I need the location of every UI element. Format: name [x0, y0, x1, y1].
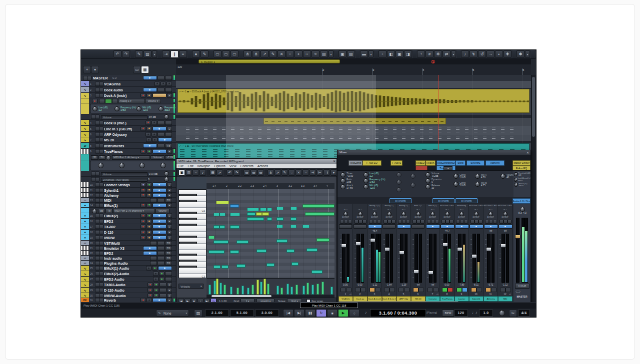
mixer-strip[interactable]: MIDI Port 1: All ch♪▪ ⌂center-inf-1.1212…	[498, 204, 512, 304]
track-state-button[interactable]	[154, 283, 159, 287]
auto-icon[interactable]: →	[486, 50, 494, 58]
mixer-titlebar[interactable]: Mixer	[338, 150, 530, 155]
velocity-bar[interactable]	[280, 288, 283, 295]
tools-icon[interactable]: ▾	[328, 50, 334, 58]
strip-output-pill[interactable]	[470, 224, 484, 229]
cycle-mode-select[interactable]: ∿ None ▾	[156, 310, 189, 317]
strip-small-button[interactable]	[369, 220, 373, 224]
mixer-strip[interactable]: Analog 1 (1)♪▪ ⌂center-46.4-1.123Dock A …	[368, 204, 382, 304]
tools-a-icon[interactable]: ▦	[210, 169, 216, 176]
eq-knob[interactable]	[136, 106, 142, 111]
menu-item-options[interactable]: Options	[214, 164, 225, 168]
track-state-button[interactable]	[160, 81, 166, 86]
vol-knobs-row[interactable]: Release10	[426, 184, 450, 189]
track-row[interactable]: ●1905R/W▸	[81, 235, 176, 241]
midi-note[interactable]	[230, 204, 239, 208]
midi-note[interactable]	[290, 207, 297, 210]
views-icon[interactable]: ◧	[387, 50, 395, 58]
track-state-button[interactable]	[146, 225, 152, 229]
velocity-bar[interactable]	[224, 285, 226, 295]
eq-knob[interactable]	[158, 106, 164, 111]
midi-note[interactable]	[305, 212, 334, 216]
master-knob-row[interactable]: Attack (%)100.0	[514, 183, 530, 187]
strip-small-button[interactable]	[450, 220, 454, 224]
marker-button[interactable]: ▮▮	[305, 309, 316, 317]
vertical-scrollbar[interactable]	[531, 75, 536, 302]
track-row[interactable]: ∿1VCAGrIns	[81, 81, 176, 87]
eq-knobs-row[interactable]: Mid (dB)-12.0	[364, 184, 390, 189]
mixer-strip[interactable]: Adat 7 (1♪▪ ⌂center-inf6MS 20	[411, 204, 426, 304]
midi-note[interactable]	[276, 239, 288, 243]
midi-note[interactable]	[256, 212, 262, 216]
view-modes-icon[interactable]: ▣	[178, 169, 185, 176]
strip-output-pill[interactable]	[455, 224, 469, 229]
edit-tools-icon[interactable]: ≈	[302, 169, 309, 176]
playhead-marker-badge[interactable]: ①	[431, 59, 435, 64]
instrument-combo[interactable]: Analog 1 ▾	[118, 99, 145, 103]
master-solo-button[interactable]	[87, 76, 92, 80]
mix-knob-cell[interactable]: Mix B4.75	[475, 182, 496, 187]
fader-track[interactable]	[414, 234, 418, 283]
strip-small-button[interactable]	[412, 220, 416, 224]
track-row[interactable]: ▱20VSTiMultiT8	[81, 241, 176, 246]
comp-knobs-knob[interactable]	[340, 172, 346, 177]
velocity-bar[interactable]	[242, 286, 244, 295]
midi-note[interactable]	[290, 217, 296, 221]
mix-knob-cell[interactable]: Comp5.0dB	[454, 182, 475, 187]
strip-name-chip[interactable]: Alchemy	[484, 296, 498, 302]
track-state-button[interactable]	[146, 236, 152, 240]
dim-knob[interactable]	[396, 180, 402, 185]
edit-tools-icon[interactable]: ⇉	[324, 169, 330, 176]
velocity-bar[interactable]	[296, 285, 298, 295]
snap-icon[interactable]: #	[426, 50, 434, 58]
strip-small-button[interactable]	[464, 220, 468, 224]
volume-slider-pill[interactable]	[152, 203, 166, 207]
track-small-button[interactable]	[160, 293, 166, 298]
strip-small-button[interactable]	[489, 220, 493, 224]
strip-mute-solo-button[interactable]	[370, 288, 375, 292]
strip-mute-solo-button[interactable]	[486, 288, 491, 292]
track-state-button[interactable]	[153, 277, 158, 282]
track-small-button[interactable]	[165, 75, 172, 80]
track-row[interactable]: ●15EMuX(2)▸	[81, 213, 176, 219]
track-state-button[interactable]	[146, 93, 152, 98]
undo-redo-icon[interactable]: ↶	[114, 50, 122, 58]
midi-port-combo[interactable]: MIDI Port 1: All channels ▾	[113, 209, 155, 213]
strip-output-box[interactable]	[354, 224, 366, 229]
strip-output-pill[interactable]	[484, 224, 498, 229]
strip-mute-solo-button[interactable]	[413, 288, 418, 292]
strip-small-button[interactable]	[392, 220, 396, 224]
track-row[interactable]: 9TruePianos▸	[81, 149, 176, 154]
track-state-button[interactable]	[148, 293, 153, 298]
master-strip[interactable]: -8.3 -4.30.00dB⊂⊃MASTER	[514, 204, 530, 304]
draw-mode-icon[interactable]: ▾	[152, 50, 157, 58]
strip-mute-solo-button[interactable]	[355, 288, 360, 292]
track-expanded-row[interactable]: Low (dB)1.2Frequency (Hz)1763Mid (dB)-12…	[81, 103, 176, 114]
midi-note[interactable]	[230, 213, 240, 216]
comp-knobs-knob[interactable]	[340, 184, 346, 189]
expand-arrow-button[interactable]: ▸	[167, 183, 172, 187]
track-solo-button[interactable]	[99, 87, 104, 92]
expand-arrow-button[interactable]: ▸	[167, 225, 172, 229]
volume-slider-pill[interactable]	[143, 246, 157, 250]
piano-black-key[interactable]	[179, 278, 197, 278]
tools-icon[interactable]: ✎	[269, 50, 277, 58]
midi-note[interactable]	[292, 262, 298, 266]
parameter-knob[interactable]	[164, 177, 169, 182]
region-marker[interactable]: 1. Region 1	[198, 59, 340, 63]
strip-small-button[interactable]	[354, 220, 358, 224]
menu-item-navigate[interactable]: Navigate	[198, 164, 210, 168]
track-solo-button[interactable]	[99, 149, 104, 154]
master-track-row[interactable]: MASTER⊂⊃	[81, 75, 176, 81]
track-state-button[interactable]	[154, 293, 159, 298]
velocity-bar[interactable]	[316, 284, 319, 295]
strip-name-chip[interactable]: Dock au	[353, 296, 368, 302]
track-row[interactable]: ∿3005R/W-Audio▸	[81, 293, 176, 298]
track-state-button[interactable]	[146, 126, 152, 131]
slider-row-button-2[interactable]	[95, 172, 100, 176]
undo-redo-icon[interactable]: ↷	[122, 50, 130, 58]
strip-small-button[interactable]	[358, 220, 362, 224]
auto-icon[interactable]: ✚	[504, 50, 512, 58]
instrument-knob[interactable]	[160, 163, 166, 168]
track-state-button[interactable]	[140, 230, 146, 235]
